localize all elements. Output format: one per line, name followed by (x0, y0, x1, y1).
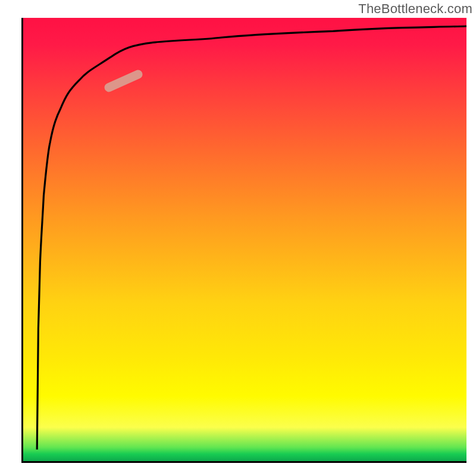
plot-area (21, 18, 466, 463)
watermark-text: TheBottleneck.com (358, 1, 472, 17)
chart-root: TheBottleneck.com (0, 0, 476, 476)
gradient-background (21, 18, 466, 463)
